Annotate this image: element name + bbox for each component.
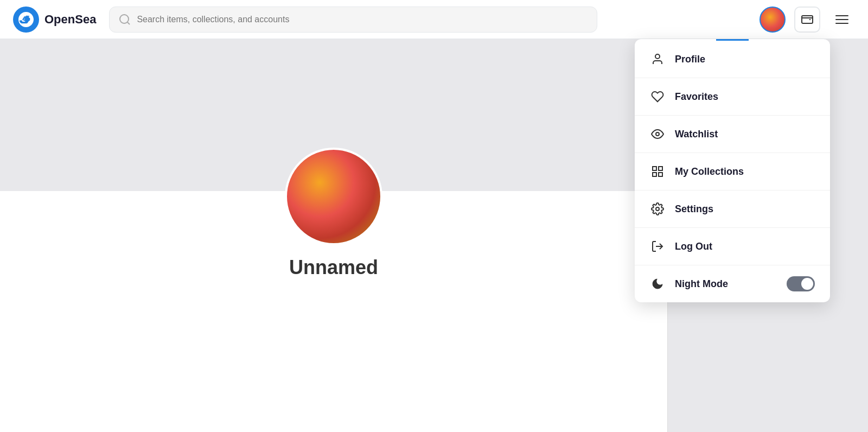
menu-label-collections: My Collections — [675, 166, 815, 177]
person-icon — [650, 52, 665, 67]
opensea-logo — [13, 7, 39, 33]
svg-rect-14 — [653, 173, 656, 176]
night-mode-toggle[interactable] — [787, 276, 815, 291]
logo-text: OpenSea — [44, 12, 96, 27]
avatar-button[interactable] — [760, 7, 786, 33]
search-bar[interactable] — [109, 7, 597, 33]
menu-item-favorites[interactable]: Favorites — [635, 78, 830, 116]
menu-label-favorites: Favorites — [675, 91, 815, 103]
profile-username: Unnamed — [289, 256, 378, 279]
header-right — [760, 7, 855, 33]
menu-item-settings[interactable]: Settings — [635, 190, 830, 228]
svg-rect-12 — [659, 167, 662, 170]
menu-item-night-mode[interactable]: Night Mode — [635, 265, 830, 302]
logo-area[interactable]: OpenSea — [13, 7, 96, 33]
menu-label-watchlist: Watchlist — [675, 129, 815, 140]
eye-icon — [650, 126, 665, 142]
svg-rect-11 — [653, 167, 656, 170]
svg-line-1 — [127, 22, 130, 24]
wallet-icon — [801, 13, 814, 26]
menu-item-logout[interactable]: Log Out — [635, 228, 830, 265]
wallet-button[interactable] — [794, 7, 820, 33]
moon-icon — [650, 276, 665, 291]
profile-avatar — [285, 148, 382, 245]
svg-rect-13 — [659, 173, 662, 176]
menu-item-collections[interactable]: My Collections — [635, 153, 830, 190]
toggle-knob — [801, 278, 813, 290]
gear-icon — [650, 201, 665, 217]
menu-label-night-mode: Night Mode — [675, 278, 777, 290]
hamburger-line-1 — [835, 15, 848, 16]
menu-label-settings: Settings — [675, 204, 815, 215]
main-content: Unnamed — [0, 39, 868, 432]
menu-label-profile: Profile — [675, 54, 815, 65]
hamburger-line-2 — [835, 19, 848, 20]
header: OpenSea — [0, 0, 868, 39]
logout-icon — [650, 239, 665, 254]
search-icon — [118, 13, 131, 26]
svg-point-9 — [655, 54, 660, 59]
menu-item-profile[interactable]: Profile — [635, 41, 830, 78]
svg-point-10 — [656, 132, 659, 136]
search-input[interactable] — [137, 15, 588, 24]
hamburger-button[interactable] — [829, 7, 855, 33]
heart-icon — [650, 89, 665, 104]
profile-section: Unnamed — [0, 39, 667, 279]
menu-label-logout: Log Out — [675, 241, 815, 252]
menu-item-watchlist[interactable]: Watchlist — [635, 116, 830, 153]
grid-icon — [650, 164, 665, 179]
svg-rect-2 — [802, 16, 813, 23]
dropdown-menu: Profile Favorites Watchlist — [635, 39, 830, 302]
svg-point-0 — [120, 15, 129, 23]
svg-point-15 — [656, 207, 659, 211]
hamburger-line-3 — [835, 23, 848, 24]
